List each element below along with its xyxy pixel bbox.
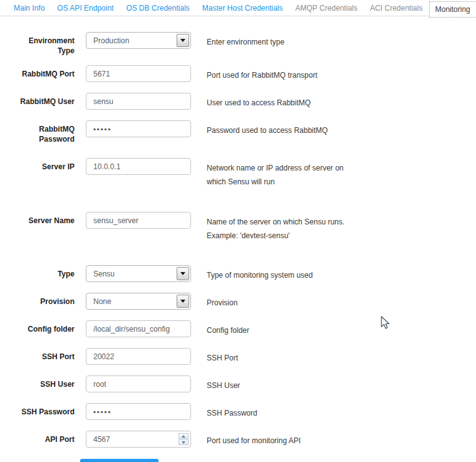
field-control: 5671 bbox=[86, 65, 191, 82]
field-value: sensu bbox=[86, 97, 113, 106]
field-control: /local_dir/sensu_config bbox=[86, 320, 191, 337]
field-label: RabbitMQ Password bbox=[10, 120, 75, 144]
field-label: Server Name bbox=[10, 212, 75, 226]
field-help: SSH User bbox=[207, 375, 240, 392]
chevron-down-icon[interactable] bbox=[177, 267, 189, 280]
spin-down-icon[interactable] bbox=[178, 439, 189, 445]
ssh-user-field[interactable]: root bbox=[86, 375, 191, 392]
field-help: Port used for monitoring API bbox=[207, 431, 301, 448]
provision-select[interactable]: None bbox=[86, 293, 191, 310]
ssh-port-field[interactable]: 20022 bbox=[86, 348, 191, 365]
chevron-down-icon[interactable] bbox=[177, 34, 189, 47]
field-value: 4567 bbox=[86, 435, 110, 444]
field-control: 10.0.0.1 bbox=[86, 158, 191, 175]
field-value: root bbox=[86, 380, 106, 389]
config-folder-field[interactable]: /local_dir/sensu_config bbox=[86, 320, 191, 337]
field-label: Config folder bbox=[10, 320, 75, 334]
environment-type-select[interactable]: Production bbox=[86, 32, 191, 49]
tab-monitoring[interactable]: Monitoring bbox=[429, 1, 476, 18]
help-line: Type of monitoring system used bbox=[207, 268, 313, 282]
field-value: ••••• bbox=[86, 408, 111, 416]
spin-up-icon[interactable] bbox=[178, 433, 189, 439]
form-row: Server Name sensu_server Name of the ser… bbox=[10, 212, 476, 243]
tab-master-host-credentials[interactable]: Master Host Credentials bbox=[196, 1, 289, 16]
field-control: Sensu bbox=[86, 265, 191, 282]
rabbitmq-user-field[interactable]: sensu bbox=[86, 93, 191, 110]
field-control: sensu bbox=[86, 93, 191, 110]
form-row: RabbitMQ Port 5671 Port used for RabbitM… bbox=[10, 65, 476, 82]
field-help: SSH Port bbox=[207, 348, 238, 365]
help-line: Network name or IP address of server on bbox=[207, 161, 344, 175]
help-line: Provision bbox=[207, 296, 237, 310]
help-line: User used to access RabbitMQ bbox=[207, 96, 311, 110]
field-value: /local_dir/sensu_config bbox=[86, 325, 170, 333]
selected-value: Sensu bbox=[86, 270, 115, 278]
field-control: sensu_server bbox=[86, 212, 191, 229]
field-control: 4567 bbox=[86, 431, 191, 448]
api-port-stepper[interactable] bbox=[178, 433, 189, 445]
rabbitmq-port-field[interactable]: 5671 bbox=[86, 65, 191, 82]
tab-amqp-credentials[interactable]: AMQP Credentials bbox=[289, 1, 364, 16]
selected-value: Production bbox=[86, 36, 129, 45]
field-help: User used to access RabbitMQ bbox=[207, 93, 311, 110]
tab-main-info[interactable]: Main Info bbox=[8, 1, 51, 16]
server-ip-field[interactable]: 10.0.0.1 bbox=[86, 158, 191, 175]
field-control: ••••• bbox=[86, 120, 191, 137]
field-help: Enter environment type bbox=[207, 32, 284, 49]
form-row: Config folder /local_dir/sensu_config Co… bbox=[10, 320, 476, 337]
field-help: Type of monitoring system used bbox=[207, 265, 313, 282]
tab-os-api-endpoint[interactable]: OS API Endpoint bbox=[51, 1, 120, 16]
field-value: 5671 bbox=[86, 70, 110, 78]
settings-page: Main InfoOS API EndpointOS DB Credential… bbox=[0, 0, 476, 462]
type-select[interactable]: Sensu bbox=[86, 265, 191, 282]
form-row: API Port 4567 Port used for monitoring A… bbox=[10, 431, 476, 448]
help-line: which Sensu will run bbox=[207, 175, 344, 189]
form-row: Provision None Provision bbox=[10, 293, 476, 310]
field-label: RabbitMQ User bbox=[10, 93, 75, 107]
field-value: ••••• bbox=[86, 125, 111, 133]
chevron-down-icon[interactable] bbox=[177, 295, 189, 308]
field-label: API Port bbox=[10, 431, 75, 444]
form-row: RabbitMQ Password ••••• Password used to… bbox=[10, 120, 476, 144]
field-label: Provision bbox=[10, 293, 75, 307]
field-control: 20022 bbox=[86, 348, 191, 365]
field-help: Password used to access RabbitMQ bbox=[207, 120, 328, 137]
field-label: RabbitMQ Port bbox=[10, 65, 75, 79]
selected-value: None bbox=[86, 297, 111, 306]
tab-bar: Main InfoOS API EndpointOS DB Credential… bbox=[0, 0, 476, 16]
field-label: Type bbox=[10, 265, 75, 279]
help-line: SSH Port bbox=[207, 351, 238, 365]
field-control: ••••• bbox=[86, 403, 191, 420]
field-label: SSH Password bbox=[10, 403, 75, 417]
form-row: RabbitMQ User sensu User used to access … bbox=[10, 93, 476, 110]
ssh-password-field[interactable]: ••••• bbox=[86, 403, 191, 420]
server-name-field[interactable]: sensu_server bbox=[86, 212, 191, 229]
api-port-field[interactable]: 4567 bbox=[86, 431, 191, 448]
form-row: SSH User root SSH User bbox=[10, 375, 476, 392]
tab-os-db-credentials[interactable]: OS DB Credentials bbox=[120, 1, 195, 16]
help-line: Port used for RabbitMQ transport bbox=[207, 68, 318, 82]
field-value: 20022 bbox=[86, 352, 114, 361]
field-label: Environment Type bbox=[10, 32, 75, 56]
field-help: SSH Password bbox=[207, 403, 257, 420]
form-row: Environment Type Production Enter enviro… bbox=[10, 32, 476, 56]
form-row: Type Sensu Type of monitoring system use… bbox=[10, 265, 476, 282]
rabbitmq-password-field[interactable]: ••••• bbox=[86, 120, 191, 137]
field-help: Name of the server on which Sensu runs.E… bbox=[207, 212, 344, 243]
help-line: Config folder bbox=[207, 323, 249, 337]
monitoring-form: Environment Type Production Enter enviro… bbox=[0, 16, 476, 448]
help-line: Name of the server on which Sensu runs. bbox=[207, 215, 344, 229]
form-row: SSH Port 20022 SSH Port bbox=[10, 348, 476, 365]
help-line: SSH Password bbox=[207, 406, 257, 420]
field-control: Production bbox=[86, 32, 191, 49]
field-control: root bbox=[86, 375, 191, 392]
help-line: Enter environment type bbox=[207, 35, 284, 49]
form-row: Server IP 10.0.0.1 Network name or IP ad… bbox=[10, 158, 476, 189]
test-connection-button[interactable]: TEST CONNECTION bbox=[80, 459, 158, 462]
field-value: 10.0.0.1 bbox=[86, 162, 120, 171]
field-help: Config folder bbox=[207, 320, 249, 337]
help-line: SSH User bbox=[207, 379, 240, 392]
help-line: Port used for monitoring API bbox=[207, 434, 301, 448]
tab-aci-credentials[interactable]: ACI Credentials bbox=[364, 1, 429, 16]
help-line: Example: 'devtest-sensu' bbox=[207, 229, 344, 243]
